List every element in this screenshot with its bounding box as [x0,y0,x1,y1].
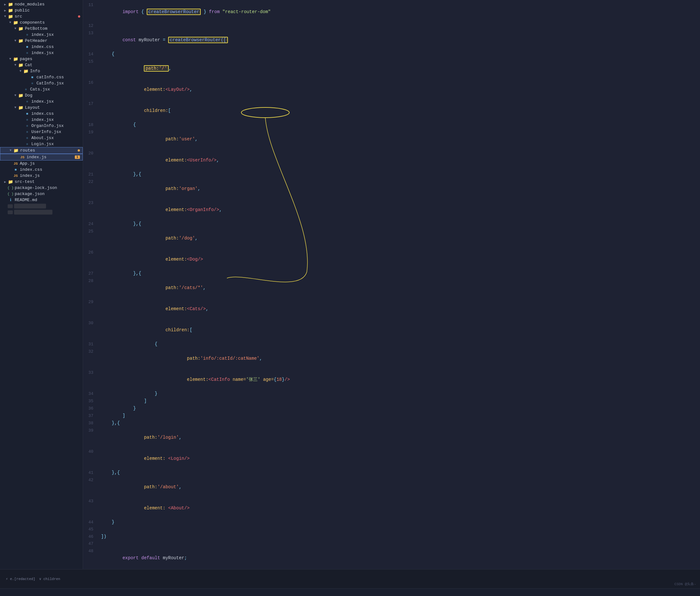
sidebar-item-petbottom-index[interactable]: ⚛ index.jsx [0,32,83,38]
keyword-from: from [206,9,222,15]
punct-eq: = [163,38,168,43]
jsx-file-icon: ⚛ [24,118,30,122]
collapse-arrow: ▼ [13,27,18,30]
sidebar-item-app-js[interactable]: JS App.js [0,160,83,167]
sidebar-item-petheader[interactable]: ▼ 📁 PetHeader [0,38,83,44]
punct: } [201,9,206,15]
prop-element: element: [144,87,165,92]
sidebar-item-node_modules[interactable]: ▶ 📁 node_modules [0,1,83,7]
sidebar-item-package-lock[interactable]: { } package-lock.json [0,185,83,191]
sidebar-item-label: index.css [31,45,54,49]
line-number: 39 [83,427,99,434]
line-content: export default myRouter; [99,547,700,569]
sidebar-item-pages[interactable]: ▼ 📁 pages [0,56,83,62]
sidebar-item-blurred-1[interactable]: ██████████ [0,203,83,209]
line-content: { [99,51,700,57]
line-content: ] [99,397,700,404]
line-number: 12 [83,22,99,29]
change-count-badge: 1 [75,155,80,159]
line-number: 18 [83,122,99,128]
line-content: element: <Login/> [99,448,700,469]
watermark: CSDN @头条- [674,581,696,587]
sidebar-item-cats-jsx[interactable]: ⚛ Cats.jsx [0,86,83,92]
sidebar-item-components[interactable]: ▼ 📁 components [0,20,83,26]
line-number: 33 [83,369,99,376]
sidebar-item-index-css[interactable]: ■ index.css [0,167,83,173]
code-line-37: 37 ] [83,412,700,420]
sidebar-item-src-test[interactable]: ▶ 📁 src-test [0,179,83,185]
sidebar-item-login-jsx[interactable]: ⚛ Login.jsx [0,141,83,147]
sidebar-item-public[interactable]: ▶ 📁 public [0,7,83,14]
sidebar-item-label: index.jsx [31,32,54,37]
sidebar-item-label: Login.jsx [31,142,54,146]
json-file-icon: { } [8,186,14,190]
line-number: 21 [83,171,99,178]
line-number: 43 [83,498,99,505]
line-number: 14 [83,51,99,58]
code-line-36: 36 } [83,405,700,412]
line-content: element:<LayOut/>, [99,79,700,100]
sidebar-item-userinfo-jsx[interactable]: ⚛ UserInfo.jsx [0,129,83,135]
punct: { [141,9,147,15]
sidebar-item-petheader-jsx[interactable]: ⚛ index.jsx [0,50,83,56]
prop-path: path: [146,66,159,71]
jsx-file-icon: ⚛ [24,124,30,128]
line-number: 11 [83,2,99,9]
sidebar-item-label: About.jsx [31,135,54,140]
code-line-11: 11 import { createBrowserRouter } from "… [83,1,700,22]
sidebar-item-layout-jsx[interactable]: ⚛ index.jsx [0,117,83,123]
file-explorer[interactable]: ▶ 📁 node_modules ▶ 📁 public ▼ 📁 src ▼ 📁 … [0,0,83,596]
sidebar-item-layout[interactable]: ▼ 📁 Layout [0,104,83,110]
sidebar-item-label: Cat [25,63,32,68]
line-content: path:'organ', [99,178,700,199]
sidebar-item-index-js[interactable]: JS index.js [0,173,83,179]
sidebar-item-layout-css[interactable]: ■ index.css [0,110,83,117]
sidebar-item-label: ████████████ [14,210,52,215]
line-content: element:<UserInfo/>, [99,150,700,171]
sidebar-item-package-json[interactable]: { } package.json [0,191,83,197]
code-line-42: 42 path:'/about', [83,476,700,498]
line-content: } [99,390,700,397]
sidebar-item-readme[interactable]: ℹ README.md [0,197,83,203]
code-line-41: 41 },{ [83,469,700,476]
sidebar-item-blurred-2[interactable]: ████████████ [0,209,83,215]
code-line-21: 21 },{ [83,171,700,178]
line-content: element:<Cats/>, [99,298,700,319]
line-content: },{ [99,420,700,426]
code-line-38: 38 },{ [83,420,700,427]
code-line-34: 34 } [83,390,700,397]
jsx-file-icon: ⚛ [24,51,30,55]
jsx-file-icon: ⚛ [24,33,30,37]
sidebar-item-about-jsx[interactable]: ⚛ About.jsx [0,135,83,141]
sidebar-item-petbottom[interactable]: ▼ 📁 PetBottom [0,26,83,32]
sidebar-item-routes[interactable]: ▼ 📁 routes [0,147,83,154]
collapse-arrow: ▼ [18,69,23,73]
line-number: 29 [83,299,99,306]
sidebar-item-dog-index[interactable]: ⚛ index.jsx [0,98,83,104]
line-content: path:'/cats/*', [99,277,700,298]
fn-createBrowserRouter-call: createBrowserRouter([ [170,38,226,43]
sidebar-item-catinfo-css[interactable]: ■ catInfo.css [0,74,83,80]
sidebar-item-routes-index[interactable]: JS index.js 1 [0,154,83,160]
line-content: import { createBrowserRouter } from "rea… [99,1,700,22]
folder-icon: 📁 [18,39,24,43]
sidebar-item-petheader-css[interactable]: ■ index.css [0,44,83,50]
line-content: path:'info/:catId/:catName', [99,348,700,369]
sidebar-item-catinfo-jsx[interactable]: ⚛ CatInfo.jsx [0,80,83,86]
jsx-file-icon: ⚛ [24,99,30,104]
folder-icon: 📁 [13,57,19,61]
sidebar-item-organinfo-jsx[interactable]: ⚛ OrganInfo.jsx [0,123,83,129]
panel-label-children: ∨ children [39,577,60,581]
sidebar-item-label: index.jsx [31,99,54,104]
line-number: 22 [83,178,99,185]
sidebar-item-label: pages [20,57,32,61]
collapse-arrow: ▼ [13,63,18,67]
line-number: 44 [83,519,99,526]
code-editor[interactable]: 11 import { createBrowserRouter } from "… [83,0,700,596]
line-number: 40 [83,448,99,455]
sidebar-item-dog[interactable]: ▼ 📁 Dog [0,92,83,98]
sidebar-item-info[interactable]: ▼ 📁 Info [0,68,83,74]
line-content: element:<CatInfo name='张三' age={18}/> [99,369,700,390]
sidebar-item-src[interactable]: ▼ 📁 src [0,14,83,20]
sidebar-item-cat[interactable]: ▼ 📁 Cat [0,62,83,68]
